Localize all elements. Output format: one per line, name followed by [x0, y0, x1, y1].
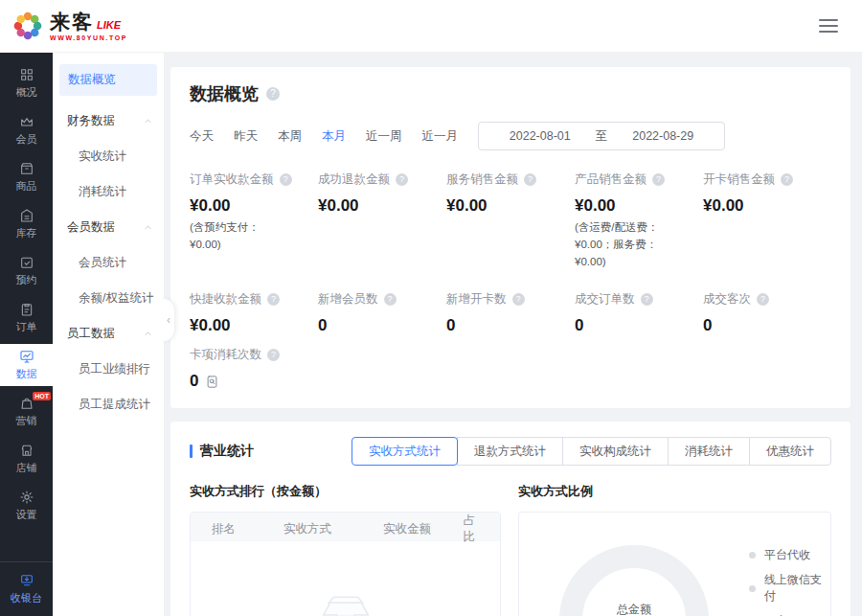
- gear-icon: [19, 490, 34, 505]
- primary-sidebar: 概况 会员 商品 库存 预约 订单: [0, 53, 53, 616]
- ratio-chart-title: 实收方式比例: [518, 483, 831, 500]
- grid-icon: [19, 67, 34, 82]
- stat-sub: (含预约支付：¥0.00): [190, 219, 310, 254]
- sidebar-item-orders[interactable]: 订单: [0, 297, 53, 339]
- statistics-tabs: 实收方式统计 退款方式统计 实收构成统计 消耗统计 优惠统计: [352, 437, 831, 466]
- sidebar-item-overview[interactable]: 概况: [0, 62, 53, 104]
- help-icon[interactable]: [781, 173, 793, 186]
- stat-refund: 成功退款金额 ¥0.00: [318, 171, 446, 270]
- subnav-group-label: 会员数据: [67, 219, 115, 236]
- help-icon[interactable]: [280, 173, 292, 186]
- filter-yesterday[interactable]: 昨天: [234, 128, 258, 145]
- filter-this-month[interactable]: 本月: [322, 128, 346, 145]
- help-icon[interactable]: [652, 173, 665, 186]
- sidebar-item-members[interactable]: 会员: [0, 109, 53, 151]
- subnav-item-staff-ranking[interactable]: 员工业绩排行: [53, 352, 164, 387]
- donut-center-label: 总金额: [617, 602, 651, 616]
- subnav-item-staff-commission[interactable]: 员工提成统计: [53, 387, 164, 422]
- subnav-group-member[interactable]: 会员数据: [53, 210, 164, 245]
- calendar-check-icon: [19, 255, 34, 270]
- sidebar-item-label: 订单: [16, 320, 37, 334]
- legend-label: 平台代收: [764, 547, 810, 563]
- help-icon[interactable]: [267, 349, 280, 361]
- stats-row-1: 订单实收款金额 ¥0.00 (含预约支付：¥0.00) 成功退款金额 ¥0.00…: [190, 171, 831, 270]
- subnav-item-income-stats[interactable]: 实收统计: [53, 139, 164, 174]
- sidebar-item-marketing[interactable]: HOT 营销: [0, 391, 53, 433]
- subnav-item-consumption-stats[interactable]: 消耗统计: [53, 174, 164, 210]
- sidebar-item-cashier[interactable]: 收银台: [0, 568, 53, 610]
- sidebar-item-label: 预约: [16, 273, 37, 287]
- section-title-row: 营业统计: [190, 443, 254, 460]
- sidebar-item-inventory[interactable]: 库存: [0, 203, 53, 245]
- rank-table: 排名 实收方式 实收金额 占比: [190, 512, 501, 616]
- tab-income-method[interactable]: 实收方式统计: [352, 437, 458, 466]
- help-icon[interactable]: [267, 293, 280, 306]
- chart-legend: 平台代收 线上微信支付 现金 其他 微信（记账） 支付宝（记账） POS机（记账…: [749, 547, 830, 616]
- filter-last-week[interactable]: 近一周: [366, 128, 402, 145]
- sidebar-item-label: 营销: [16, 414, 37, 428]
- stat-label: 卡项消耗次数: [190, 347, 261, 363]
- view-detail-icon[interactable]: [205, 375, 219, 389]
- help-icon[interactable]: [512, 293, 525, 306]
- sidebar-collapse-handle[interactable]: [163, 298, 175, 342]
- donut-chart: 总金额 ¥0.00: [559, 545, 709, 616]
- legend-item[interactable]: 平台代收: [749, 547, 830, 563]
- stat-value: ¥0.00: [703, 196, 824, 216]
- help-icon[interactable]: [396, 173, 408, 186]
- stats-row-2: 快捷收款金额 ¥0.00 新增会员数 0 新增开卡数 0 成交订单数 0: [190, 291, 831, 335]
- stat-label: 订单实收款金额: [190, 171, 274, 188]
- stat-value: 0: [190, 372, 198, 391]
- sidebar-item-shop[interactable]: 店铺: [0, 438, 53, 480]
- date-range-picker[interactable]: 2022-08-01 至 2022-08-29: [478, 122, 725, 150]
- stat-label: 成交订单数: [575, 291, 635, 308]
- help-icon[interactable]: [524, 173, 536, 186]
- subnav-item-data-overview[interactable]: 数据概览: [59, 64, 157, 96]
- help-icon[interactable]: [757, 293, 769, 306]
- monitor-chart-icon: [19, 349, 34, 364]
- tab-consumption[interactable]: 消耗统计: [668, 437, 750, 466]
- chevron-up-icon: [144, 330, 152, 338]
- tab-discount[interactable]: 优惠统计: [749, 437, 831, 466]
- column-header: 排名: [191, 521, 260, 537]
- date-start: 2022-08-01: [510, 129, 571, 143]
- subnav-group-financial[interactable]: 财务数据: [53, 103, 164, 139]
- stat-label: 开卡销售金额: [703, 171, 775, 188]
- sidebar-item-label: 会员: [16, 132, 37, 147]
- logo: 来客 LIKE WWW.80YUN.TOP: [11, 10, 127, 42]
- chevron-up-icon: [144, 117, 152, 125]
- legend-item[interactable]: 线上微信支付: [749, 572, 830, 605]
- stat-deal-orders: 成交订单数 0: [575, 291, 703, 335]
- income-rank-block: 实收方式排行（按金额） 排名 实收方式 实收金额 占比: [190, 483, 501, 616]
- sidebar-item-label: 收银台: [11, 591, 42, 605]
- help-icon[interactable]: [641, 293, 653, 306]
- stat-service-sales: 服务销售金额 ¥0.00: [446, 171, 575, 270]
- filter-this-week[interactable]: 本周: [278, 128, 302, 145]
- tab-refund-method[interactable]: 退款方式统计: [457, 437, 563, 466]
- stat-label: 成交客次: [703, 291, 751, 308]
- stat-sub: (含运费/配送费：¥0.00；服务费：¥0.00): [575, 219, 695, 270]
- tab-income-composition[interactable]: 实收构成统计: [562, 437, 669, 466]
- date-filter-row: 今天 昨天 本周 本月 近一周 近一月 2022-08-01 至 2022-08…: [190, 122, 831, 150]
- stat-deal-customers: 成交客次 0: [703, 291, 831, 335]
- menu-icon[interactable]: [814, 14, 843, 37]
- secondary-sidebar: 数据概览 财务数据 实收统计 消耗统计 会员数据 会员统计 余额/权益统计 员工…: [53, 53, 165, 616]
- crown-icon: [19, 114, 34, 129]
- empty-state: 暂无数据: [191, 541, 500, 616]
- app-root: 来客 LIKE WWW.80YUN.TOP 概况 会员 商品: [0, 0, 862, 616]
- subnav-item-member-stats[interactable]: 会员统计: [53, 245, 164, 281]
- sidebar-item-data[interactable]: 数据: [0, 344, 53, 386]
- column-header: 实收金额: [355, 521, 459, 537]
- rank-table-title: 实收方式排行（按金额）: [190, 483, 501, 500]
- subnav-group-staff[interactable]: 员工数据: [53, 316, 164, 352]
- stat-card-sales: 开卡销售金额 ¥0.00: [703, 171, 831, 270]
- column-header: 实收方式: [260, 521, 355, 537]
- sidebar-item-booking[interactable]: 预约: [0, 250, 53, 292]
- sidebar-item-products[interactable]: 商品: [0, 156, 53, 198]
- filter-last-month[interactable]: 近一月: [422, 128, 459, 145]
- sidebar-item-settings[interactable]: 设置: [0, 485, 53, 527]
- filter-today[interactable]: 今天: [190, 128, 214, 145]
- logo-text: 来客 LIKE WWW.80YUN.TOP: [50, 11, 127, 41]
- help-icon[interactable]: [266, 87, 280, 101]
- subnav-item-balance-stats[interactable]: 余额/权益统计: [53, 281, 164, 316]
- help-icon[interactable]: [384, 293, 397, 306]
